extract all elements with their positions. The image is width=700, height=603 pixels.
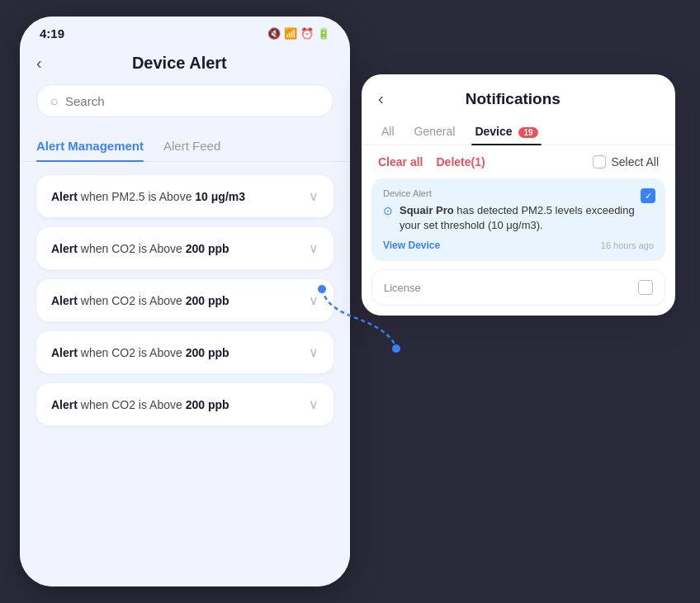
chevron-icon-3: ∨: [309, 292, 319, 308]
notif-time-1: 16 hours ago: [601, 240, 654, 250]
notif-item-footer-1: View Device 16 hours ago: [383, 240, 654, 251]
alert-text-2: Alert when CO2 is Above 200 ppb: [51, 242, 302, 255]
alert-text-5: Alert when CO2 is Above 200 ppb: [51, 398, 302, 411]
alert-text-3: Alert when CO2 is Above 200 ppb: [51, 294, 302, 307]
alert-text-4: Alert when CO2 is Above 200 ppb: [51, 346, 302, 359]
scene: 4:19 🔇 📶 ⏰ 🔋 ‹ Device Alert ⌕: [0, 0, 700, 603]
alert-item-1[interactable]: Alert when PM2.5 is Above 10 μg/m3 ∨: [36, 175, 333, 217]
status-time: 4:19: [40, 26, 64, 40]
alert-item-2[interactable]: Alert when CO2 is Above 200 ppb ∨: [36, 227, 333, 269]
chevron-icon-1: ∨: [309, 188, 319, 204]
notif-item-1[interactable]: Device Alert ⊙ Squair Pro has detected P…: [371, 178, 665, 261]
chevron-icon-4: ∨: [309, 344, 319, 360]
device-badge: 19: [518, 127, 537, 138]
alert-text-1: Alert when PM2.5 is Above 10 μg/m3: [51, 190, 302, 203]
notif-tab-all[interactable]: All: [378, 118, 398, 145]
notif-item-2[interactable]: License: [371, 269, 665, 306]
phone-tabs: Alert Management Alert Feed: [20, 131, 350, 162]
notif-tab-device[interactable]: Device 19: [471, 118, 541, 145]
phone-back-button[interactable]: ‹: [36, 54, 42, 73]
check-icon: ✓: [645, 191, 652, 202]
status-icons: 🔇 📶 ⏰ 🔋: [267, 27, 330, 40]
alert-list: Alert when PM2.5 is Above 10 μg/m3 ∨ Ale…: [20, 162, 350, 586]
svg-point-0: [392, 344, 400, 353]
select-all-checkbox[interactable]: [593, 155, 606, 169]
chevron-icon-5: ∨: [309, 396, 319, 412]
notif-title: Notifications: [394, 90, 632, 108]
phone: 4:19 🔇 📶 ⏰ 🔋 ‹ Device Alert ⌕: [20, 17, 350, 586]
chevron-icon-2: ∨: [309, 240, 319, 256]
notif-checkbox-empty-2[interactable]: [638, 280, 653, 295]
notif-actions: Clear all Delete(1) Select All: [362, 145, 675, 178]
wifi-icon: 📶: [284, 27, 297, 40]
notif-checkbox-checked-1[interactable]: ✓: [641, 188, 655, 203]
alert-item-4[interactable]: Alert when CO2 is Above 200 ppb ∨: [36, 331, 333, 373]
phone-header: ‹ Device Alert: [20, 45, 350, 84]
search-icon: ⌕: [50, 93, 59, 108]
battery-icon: 🔋: [317, 27, 330, 40]
delete-button[interactable]: Delete(1): [436, 155, 485, 169]
alert-item-3[interactable]: Alert when CO2 is Above 200 ppb ∨: [36, 279, 333, 321]
notif-tabs: All General Device 19: [362, 118, 675, 145]
notif-location-icon: ⊙: [383, 204, 393, 217]
search-container: ⌕: [20, 84, 350, 131]
status-bar: 4:19 🔇 📶 ⏰ 🔋: [20, 17, 350, 45]
clear-all-button[interactable]: Clear all: [378, 155, 423, 169]
search-input[interactable]: [65, 94, 319, 108]
select-all-label: Select All: [611, 155, 659, 169]
alarm-icon: ⏰: [300, 27, 314, 40]
notif-item-text-1: Squair Pro has detected PM2.5 levels exc…: [400, 203, 654, 233]
mute-icon: 🔇: [267, 27, 281, 40]
notif-item-category-2: License: [384, 282, 421, 294]
phone-title: Device Alert: [50, 54, 309, 73]
notif-header: ‹ Notifications: [362, 74, 675, 118]
notifications-card: ‹ Notifications All General Device 19 Cl…: [362, 74, 675, 316]
tab-alert-feed[interactable]: Alert Feed: [163, 131, 220, 161]
alert-item-5[interactable]: Alert when CO2 is Above 200 ppb ∨: [36, 383, 333, 425]
notif-tab-general[interactable]: General: [411, 118, 459, 145]
select-all-button[interactable]: Select All: [593, 155, 659, 169]
search-box[interactable]: ⌕: [36, 84, 333, 117]
notif-item-category-1: Device Alert: [383, 188, 654, 198]
view-device-link[interactable]: View Device: [383, 240, 440, 251]
notif-back-button[interactable]: ‹: [378, 89, 384, 108]
tab-alert-management[interactable]: Alert Management: [36, 131, 144, 161]
